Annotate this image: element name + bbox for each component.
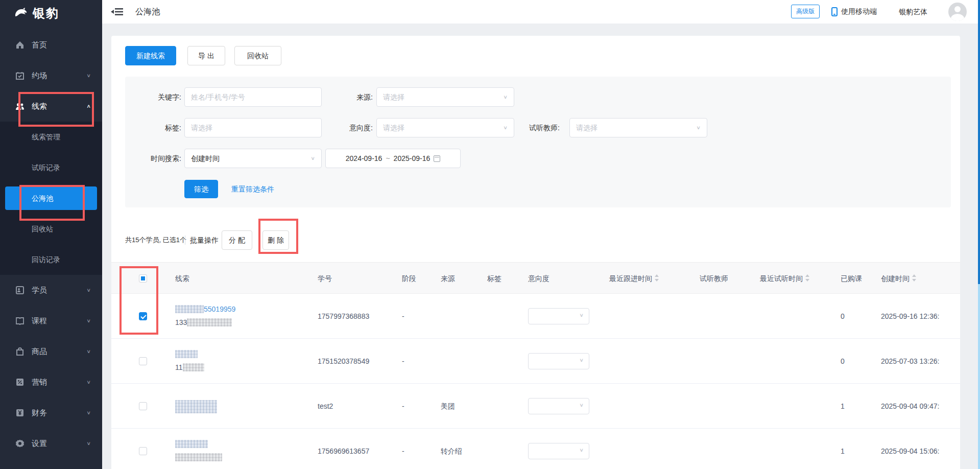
- sidebar-item-label: 线索: [32, 91, 47, 122]
- sidebar-item-marketing[interactable]: 营销 ∨: [0, 367, 102, 397]
- column-header-student-id: 学号: [318, 263, 332, 294]
- avatar[interactable]: [948, 3, 967, 21]
- select-all-checkbox[interactable]: [139, 274, 147, 283]
- sidebar-item-finance[interactable]: 财务 ∨: [0, 397, 102, 428]
- submenu-item-label: 试听记录: [32, 152, 60, 183]
- sort-icon[interactable]: [805, 274, 810, 281]
- column-header-intent: 意向度: [528, 263, 549, 294]
- row-checkbox[interactable]: [139, 402, 147, 410]
- sidebar-item-label: 商品: [32, 336, 47, 367]
- submenu-item-label: 回收站: [32, 214, 53, 244]
- student-id-cell: 1751520378549: [318, 339, 369, 384]
- gear-icon: [15, 439, 25, 448]
- marketing-icon: [15, 378, 25, 387]
- stage-cell: -: [402, 294, 404, 339]
- sidebar-item-venues[interactable]: 约场 ∨: [0, 60, 102, 91]
- table-row[interactable]: 1756969613657 - 转介绍 1 2025-09-04 15:06:: [111, 429, 960, 469]
- chevron-down-icon: ∨: [86, 309, 91, 333]
- submenu-item-label: 公海池: [32, 183, 53, 214]
- submenu-item-followup-records[interactable]: 回访记录: [0, 244, 102, 275]
- teacher-placeholder: 请选择: [576, 124, 597, 132]
- recycle-bin-button[interactable]: 回收站: [234, 46, 281, 65]
- table-row[interactable]: 55019959 133 1757997368883 - 0 2025-09-1…: [111, 294, 960, 339]
- sidebar-item-home[interactable]: 首页: [0, 30, 102, 60]
- submenu-item-trial-records[interactable]: 试听记录: [0, 152, 102, 183]
- use-mobile-link[interactable]: 使用移动端: [831, 0, 877, 24]
- intent-label: 意向度:: [306, 118, 373, 137]
- table-row[interactable]: 11 1751520378549 - 0 2025-07-03 13:26:: [111, 339, 960, 384]
- sidebar-item-label: 设置: [32, 428, 47, 459]
- column-header-source: 来源: [441, 263, 455, 294]
- blurred-name: [175, 440, 208, 448]
- finance-icon: [15, 408, 25, 417]
- reset-filters-link[interactable]: 重置筛选条件: [231, 180, 274, 198]
- student-icon: [15, 286, 25, 295]
- submenu-item-public-pool[interactable]: 公海池: [0, 183, 102, 214]
- row-checkbox[interactable]: [139, 447, 147, 455]
- delete-button[interactable]: 删 除: [262, 230, 289, 250]
- filter-button[interactable]: 筛选: [184, 180, 218, 198]
- sidebar-item-courses[interactable]: 课程 ∨: [0, 306, 102, 336]
- row-checkbox-checked[interactable]: [139, 312, 147, 320]
- lead-cell[interactable]: [175, 384, 217, 429]
- chevron-down-icon: ∨: [86, 431, 91, 456]
- calendar-date-icon: [434, 155, 440, 162]
- time-type-select[interactable]: 创建时间: [184, 149, 322, 168]
- lead-cell[interactable]: [175, 439, 222, 462]
- column-header-tag: 标签: [487, 263, 501, 294]
- chevron-down-icon: ∨: [86, 339, 91, 364]
- source-select[interactable]: 请选择: [376, 87, 514, 107]
- sidebar-item-settings[interactable]: 设置 ∨: [0, 428, 102, 459]
- column-header-last-followup[interactable]: 最近跟进时间: [609, 263, 660, 294]
- table-row[interactable]: test2 - 美团 1 2025-09-04 09:47:: [111, 384, 960, 429]
- plan-badge[interactable]: 高级版: [791, 5, 820, 18]
- student-id-cell: 1757997368883: [318, 294, 369, 339]
- tag-label: 标签:: [125, 118, 181, 137]
- divider: [185, 236, 185, 245]
- trial-teacher-select[interactable]: 请选择: [569, 118, 707, 137]
- date-range-picker[interactable]: 2024-09-16 ~ 2025-09-16: [325, 149, 461, 168]
- avatar-icon: [954, 6, 961, 12]
- row-intent-select[interactable]: [528, 353, 589, 369]
- phone-prefix: 133: [175, 318, 187, 326]
- column-header-last-trial[interactable]: 最近试听时间: [760, 263, 810, 294]
- account-name[interactable]: 银豹艺体: [899, 0, 927, 24]
- sidebar-item-label: 首页: [32, 30, 47, 60]
- lead-cell[interactable]: 55019959 133: [175, 304, 235, 327]
- member-count-text: 共15个学员, 已选1个: [125, 231, 186, 249]
- row-checkbox[interactable]: [139, 357, 147, 365]
- submenu-item-label: 回访记录: [32, 244, 60, 275]
- blurred-phone: [175, 453, 222, 461]
- column-header-created[interactable]: 创建时间: [881, 263, 917, 294]
- stage-cell: -: [402, 429, 404, 469]
- purchased-cell: 0: [841, 294, 845, 339]
- tag-select[interactable]: 请选择: [184, 118, 322, 137]
- submenu-item-lead-management[interactable]: 线索管理: [0, 122, 102, 152]
- sidebar-item-leads[interactable]: 线索 ∧: [0, 91, 102, 122]
- row-intent-select[interactable]: [528, 398, 589, 414]
- assign-button[interactable]: 分 配: [222, 230, 252, 250]
- sidebar-item-students[interactable]: 学员 ∨: [0, 275, 102, 306]
- blurred-name: [175, 350, 198, 358]
- purchased-cell: 1: [841, 384, 845, 429]
- app-logo: 银豹: [13, 4, 59, 22]
- lead-name-link[interactable]: 55019959: [204, 305, 235, 313]
- new-lead-button[interactable]: 新建线索: [125, 46, 176, 65]
- column-header-purchased: 已购课: [841, 263, 862, 294]
- page-title: 公海池: [135, 0, 160, 24]
- keyword-input[interactable]: [184, 87, 322, 107]
- export-button[interactable]: 导 出: [187, 46, 225, 65]
- trial-teacher-label: 试听教师:: [490, 118, 560, 137]
- row-intent-select[interactable]: [528, 443, 589, 459]
- row-intent-select[interactable]: [528, 308, 589, 324]
- submenu-item-recycle-bin[interactable]: 回收站: [0, 214, 102, 244]
- scrollbar-thumb[interactable]: [978, 0, 980, 284]
- collapse-sidebar-icon[interactable]: [111, 6, 124, 17]
- time-search-label: 时间搜索:: [125, 149, 181, 168]
- sort-icon[interactable]: [655, 274, 660, 281]
- sort-icon[interactable]: [912, 274, 917, 281]
- column-header-lead: 线索: [175, 263, 189, 294]
- sidebar-item-products[interactable]: 商品 ∨: [0, 336, 102, 367]
- submenu-item-label: 线索管理: [32, 122, 60, 152]
- lead-cell[interactable]: 11: [175, 349, 204, 372]
